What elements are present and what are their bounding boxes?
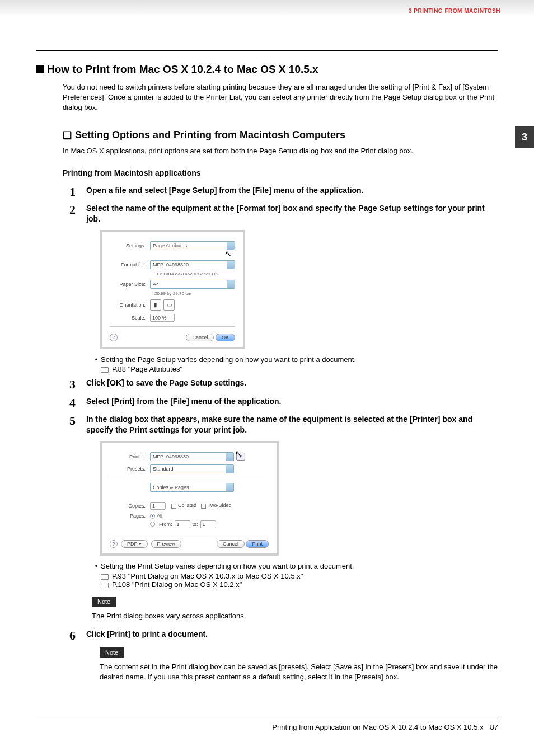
step-5-reference-2-text: P.108 "Print Dialog on Mac OS X 10.2.x"	[112, 580, 242, 589]
printer-value: MFP_04998830	[153, 454, 189, 459]
step-number: 2	[69, 203, 86, 374]
copies-value: 1	[152, 503, 155, 509]
paper-size-dropdown[interactable]: A4	[150, 280, 235, 289]
steps-list: 1 Open a file and select [Page Setup] fr…	[69, 185, 498, 682]
cancel-button[interactable]: Cancel	[217, 540, 245, 548]
help-icon[interactable]: ?	[110, 540, 118, 548]
print-dialog: Printer:MFP_04998830▼ Presets:Standard C…	[100, 441, 279, 556]
heading-1: How to Print from Mac OS X 10.2.4 to Mac…	[36, 63, 498, 76]
step-4-title: Select [Print] from the [File] menu of t…	[86, 396, 498, 407]
chapter-tab: 3	[515, 126, 534, 148]
heading-3: Printing from Macintosh applications	[63, 168, 498, 177]
ok-button[interactable]: OK	[216, 334, 235, 341]
copies-input[interactable]: 1	[150, 502, 166, 510]
step-number: 4	[69, 396, 86, 410]
heading-2: ❏Setting Options and Printing from Macin…	[63, 129, 498, 141]
presets-dropdown[interactable]: Standard	[150, 464, 234, 473]
print-section-dropdown[interactable]: Copies & Pages	[150, 483, 234, 492]
note-2-text: The content set in the Print dialog box …	[100, 662, 498, 682]
step-1: 1 Open a file and select [Page Setup] fr…	[69, 185, 498, 199]
orientation-portrait-button[interactable]: ▮	[150, 299, 161, 311]
paper-size-subtitle: 20.99 by 29.70 cm	[154, 291, 235, 296]
scale-input[interactable]: 100 %	[150, 314, 175, 322]
print-section-value: Copies & Pages	[153, 485, 189, 490]
step-5-note-text: Setting the Print Setup varies depending…	[101, 561, 354, 572]
heading-2-desc: In Mac OS X applications, print options …	[63, 147, 498, 155]
note-badge: Note	[92, 597, 116, 607]
pages-all-label: All	[157, 513, 162, 519]
step-5-note: •Setting the Print Setup varies dependin…	[92, 561, 498, 572]
pages-from-value: 1	[177, 522, 180, 527]
step-4: 4 Select [Print] from the [File] menu of…	[69, 396, 498, 410]
two-sided-checkbox[interactable]	[201, 504, 206, 509]
pages-from-radio[interactable]	[150, 522, 155, 527]
cursor-icon: ↖	[235, 449, 242, 458]
step-6: 6 Click [Print] to print a document. Not…	[69, 629, 498, 682]
paper-size-value: A4	[153, 281, 159, 287]
step-5-reference-1-text: P.93 "Print Dialog on Mac OS X 10.3.x to…	[112, 572, 303, 580]
book-icon	[101, 583, 109, 588]
help-icon[interactable]: ?	[110, 334, 118, 341]
pages-from-input[interactable]: 1	[175, 520, 190, 528]
format-for-label: Format for:	[110, 262, 150, 267]
step-2-reference-text: P.88 "Page Attributes"	[112, 365, 182, 373]
pages-to-label: to:	[193, 522, 198, 527]
heading-2-text: Setting Options and Printing from Macint…	[75, 129, 345, 140]
step-5-reference-1: P.93 "Print Dialog on Mac OS X 10.3.x to…	[101, 572, 498, 580]
printer-label: Printer:	[110, 454, 150, 459]
copies-label: Copies:	[110, 503, 150, 509]
scale-label: Scale:	[110, 315, 150, 321]
book-icon	[101, 574, 109, 580]
step-2-title: Select the name of the equipment at the …	[86, 203, 498, 224]
pages-from-label: From:	[159, 522, 172, 527]
pdf-button[interactable]: PDF ▾	[121, 540, 148, 548]
note-1-text: The Print dialog boxes vary across appli…	[92, 611, 498, 621]
step-5: 5 In the dialog box that appears, make s…	[69, 414, 498, 621]
step-2-note: •Setting the Page Setup varies depending…	[92, 355, 498, 365]
format-for-dropdown[interactable]: MFP_04998820	[150, 260, 235, 269]
presets-value: Standard	[153, 466, 174, 472]
step-3: 3 Click [OK] to save the Page Setup sett…	[69, 378, 498, 391]
intro-paragraph: You do not need to switch printers befor…	[63, 82, 498, 113]
two-sided-label: Two-Sided	[208, 503, 232, 508]
step-5-title: In the dialog box that appears, make sur…	[86, 414, 498, 435]
settings-label: Settings:	[110, 243, 150, 248]
presets-label: Presets:	[110, 466, 150, 472]
pages-all-radio[interactable]	[150, 514, 155, 519]
orientation-label: Orientation:	[110, 302, 150, 308]
orientation-landscape-button[interactable]: ▭	[163, 299, 175, 311]
pages-label: Pages:	[110, 513, 150, 519]
format-for-subtitle: TOSHIBA e-ST4520CSeries UK	[154, 271, 235, 276]
footer-text: Printing from Application on Mac OS X 10…	[272, 723, 483, 731]
pages-to-input[interactable]: 1	[200, 520, 216, 528]
paper-size-label: Paper Size:	[110, 281, 150, 287]
step-2: 2 Select the name of the equipment at th…	[69, 203, 498, 374]
note-badge: Note	[100, 647, 124, 658]
page-number: 87	[490, 723, 498, 731]
outline-square-icon: ❏	[63, 129, 72, 142]
step-number: 1	[69, 185, 86, 199]
chapter-running-header: 3 PRINTING FROM MACINTOSH	[409, 8, 500, 14]
collated-checkbox[interactable]	[171, 504, 176, 509]
settings-value: Page Attributes	[153, 243, 187, 248]
cursor-icon: ↖	[225, 249, 232, 258]
square-bullet-icon	[36, 65, 44, 73]
step-number: 3	[69, 378, 86, 391]
step-number: 6	[69, 629, 86, 682]
collated-label: Collated	[178, 503, 196, 508]
step-2-note-text: Setting the Page Setup varies depending …	[101, 355, 356, 365]
step-3-title: Click [OK] to save the Page Setup settin…	[86, 378, 498, 388]
page-footer: Printing from Application on Mac OS X 10…	[36, 717, 498, 731]
preview-button[interactable]: Preview	[151, 540, 181, 548]
page-content: How to Print from Mac OS X 10.2.4 to Mac…	[36, 50, 498, 687]
print-button[interactable]: Print	[246, 540, 269, 548]
format-for-value: MFP_04998820	[153, 262, 189, 267]
step-6-title: Click [Print] to print a document.	[86, 629, 498, 640]
settings-dropdown[interactable]: Page Attributes	[150, 241, 235, 250]
printer-dropdown[interactable]: MFP_04998830	[150, 452, 234, 461]
cancel-button[interactable]: Cancel	[186, 334, 214, 341]
pages-to-value: 1	[203, 522, 205, 527]
step-5-reference-2: P.108 "Print Dialog on Mac OS X 10.2.x"	[101, 580, 498, 589]
step-1-title: Open a file and select [Page Setup] from…	[86, 185, 498, 196]
scale-value: 100 %	[152, 315, 167, 321]
